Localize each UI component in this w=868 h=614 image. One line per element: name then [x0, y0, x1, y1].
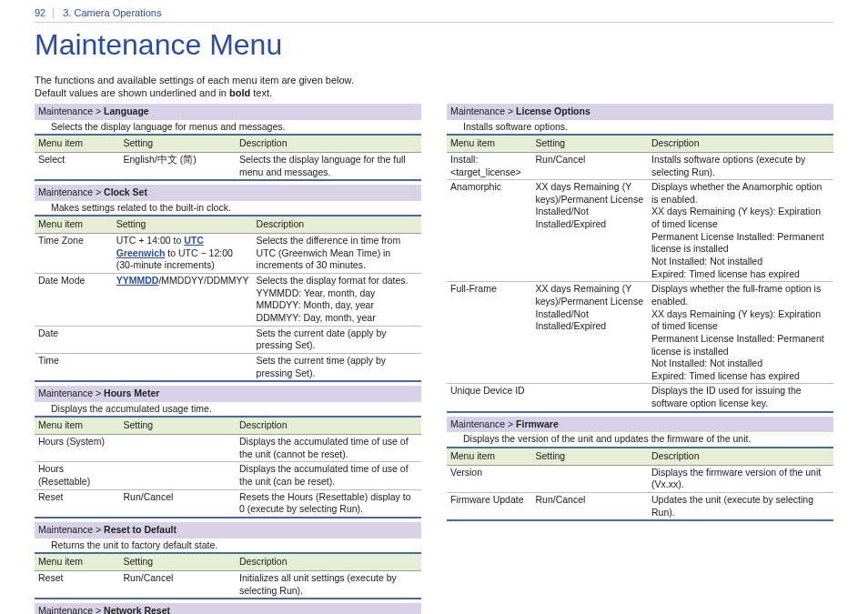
subdesc: Makes settings related to the built-in c… — [35, 201, 421, 216]
column-header: Menu itemSettingDescription — [35, 216, 421, 233]
table-row: SelectEnglish/中文 (简)Selects the display … — [35, 152, 421, 180]
subhead: Maintenance > Firmware — [447, 417, 833, 433]
table-row: Unique Device IDDisplays the ID used for… — [447, 384, 833, 412]
table-row: AnamorphicXX days Remaining (Y keys)/Per… — [447, 180, 833, 282]
left-column: Maintenance > Language Selects the displ… — [35, 100, 421, 614]
table-row: Install: <target_license>Run/CancelInsta… — [447, 152, 833, 179]
page-header: 92 3. Camera Operations — [35, 0, 833, 23]
subhead: Maintenance > Clock Set — [35, 185, 421, 201]
table-row: Hours (Resettable)Displays the accumulat… — [35, 462, 421, 489]
column-header: Menu itemSettingDescription — [447, 448, 833, 465]
table-hours: Maintenance > Hours Meter Displays the a… — [35, 386, 421, 518]
table-row: TimeSets the current time (apply by pres… — [35, 353, 421, 381]
subhead: Maintenance > Reset to Default — [35, 522, 421, 539]
subhead: Maintenance > License Options — [447, 104, 833, 120]
column-header: Menu itemSettingDescription — [35, 553, 421, 570]
subhead: Maintenance > Network Reset — [35, 603, 421, 614]
subdesc: Displays the version of the unit and upd… — [447, 432, 833, 448]
subdesc: Displays the accumulated usage time. — [35, 402, 421, 418]
table-row: Hours (System)Displays the accumulated t… — [35, 435, 421, 462]
section-title: 3. Camera Operations — [63, 7, 161, 18]
subhead: Maintenance > Language — [35, 104, 421, 120]
table-row: Date ModeYYMMDD/MMDDYY/DDMMYYSelects the… — [35, 274, 421, 327]
right-column: Maintenance > License Options Installs s… — [447, 100, 833, 614]
table-row: Time ZoneUTC + 14:00 to UTC Greenwich to… — [35, 234, 421, 274]
subdesc: Selects the display language for menus a… — [35, 120, 421, 136]
table-row: DateSets the current date (apply by pres… — [35, 326, 421, 353]
table-network: Maintenance > Network Reset Returns the … — [35, 603, 421, 614]
subdesc: Returns the unit to factory default stat… — [35, 539, 421, 554]
column-header: Menu itemSettingDescription — [35, 417, 421, 434]
table-clock: Maintenance > Clock Set Makes settings r… — [35, 185, 421, 382]
table-row: Firmware UpdateRun/CancelUpdates the uni… — [447, 492, 833, 520]
table-row: ResetRun/CancelResets the Hours (Resetta… — [35, 489, 421, 518]
intro-line-2: Default values are shown underlined and … — [35, 87, 833, 98]
subhead: Maintenance > Hours Meter — [35, 386, 421, 402]
table-firmware: Maintenance > Firmware Displays the vers… — [447, 417, 833, 521]
page-title: Maintenance Menu — [35, 28, 833, 62]
table-row: ResetRun/CancelInitializes all unit sett… — [35, 570, 421, 599]
table-row: VersionDisplays the firmware version of … — [447, 465, 833, 492]
table-language: Maintenance > Language Selects the displ… — [35, 104, 421, 181]
table-license: Maintenance > License Options Installs s… — [447, 104, 833, 413]
intro-line-1: The functions and available settings of … — [35, 75, 833, 86]
column-header: Menu itemSettingDescription — [35, 135, 421, 152]
subdesc: Installs software options. — [447, 120, 833, 136]
table-reset: Maintenance > Reset to Default Returns t… — [35, 522, 421, 599]
page-number: 92 — [35, 7, 54, 18]
table-row: Full-FrameXX days Remaining (Y keys)/Per… — [447, 282, 833, 384]
column-header: Menu itemSettingDescription — [447, 135, 833, 152]
link-yymmdd[interactable]: YYMMDD — [116, 275, 159, 286]
